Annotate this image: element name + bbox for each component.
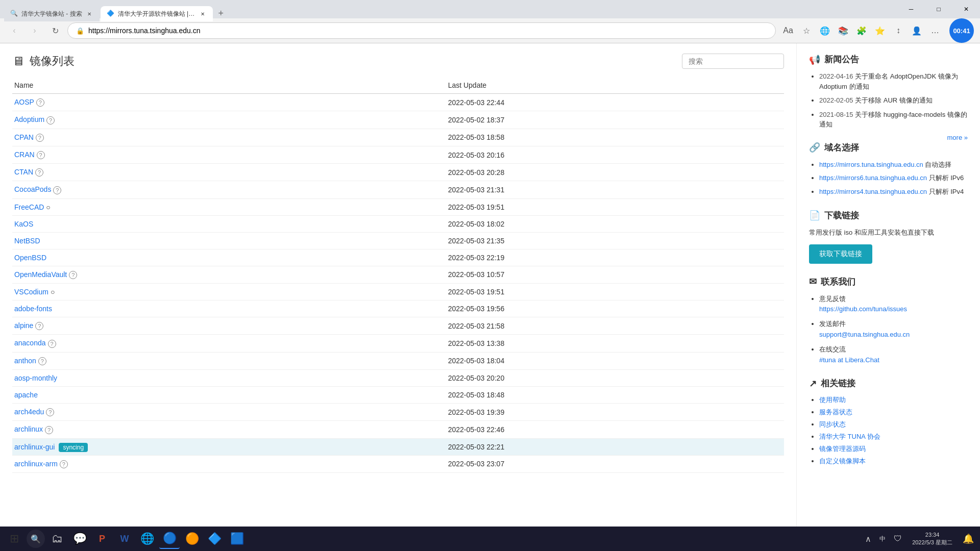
related-link-sync[interactable]: 同步状态 — [819, 420, 846, 428]
new-tab-button[interactable]: + — [214, 6, 228, 20]
help-icon[interactable]: ? — [36, 98, 44, 107]
start-button[interactable]: ⊞ — [4, 529, 24, 549]
profile-timer[interactable]: 00:41 — [949, 18, 974, 43]
github-icon[interactable]: ○ — [51, 288, 55, 296]
favorites-star-button[interactable]: ⭐ — [872, 22, 888, 39]
taskbar-app-explorer[interactable]: 🗂 — [47, 529, 67, 549]
profile-button[interactable]: 👤 — [909, 22, 925, 39]
mirror-last-update: 2022-05-03 22:46 — [446, 421, 784, 438]
taskbar-app-word[interactable]: W — [114, 529, 135, 549]
help-icon[interactable]: ? — [46, 116, 55, 124]
chevron-up-icon[interactable]: ∧ — [863, 532, 873, 546]
related-link-tuna[interactable]: 清华大学 TUNA 协会 — [819, 433, 880, 440]
forward-button[interactable]: › — [27, 22, 43, 39]
email-link[interactable]: support@tuna.tsinghua.edu.cn — [819, 330, 968, 340]
taskbar-app-wechat[interactable]: 💬 — [69, 529, 90, 549]
mirror-name-link[interactable]: NetBSD — [14, 237, 40, 245]
address-bar-row: ‹ › ↻ 🔒 https://mirrors.tuna.tsinghua.ed… — [0, 18, 980, 43]
collections-button[interactable]: 📚 — [835, 22, 851, 39]
help-icon[interactable]: ? — [46, 408, 54, 416]
browser-tab-2[interactable]: 🔷 清华大学开源软件镜像站 | Tsing… ✕ — [101, 6, 213, 21]
help-icon[interactable]: ? — [60, 460, 68, 468]
window-controls: ─ □ ✕ — [899, 0, 980, 18]
mirror-name-link[interactable]: Adoptium — [14, 115, 44, 123]
help-icon[interactable]: ? — [53, 186, 61, 194]
address-bar[interactable]: 🔒 https://mirrors.tuna.tsinghua.edu.cn — [67, 22, 776, 39]
extensions-button[interactable]: 🧩 — [853, 22, 870, 39]
taskbar-app-edge[interactable]: 🔵 — [159, 529, 180, 549]
table-row: CRAN?2022-05-03 20:16 — [12, 146, 784, 163]
mirror-name-link[interactable]: FreeCAD — [14, 203, 44, 211]
mirror-name-link[interactable]: KaOS — [14, 220, 33, 228]
related-link-server[interactable]: 服务器状态 — [819, 408, 852, 416]
mirror-name-link[interactable]: CTAN — [14, 168, 33, 176]
sync-button[interactable]: ↕ — [890, 22, 906, 39]
feedback-link[interactable]: https://github.com/tuna/issues — [819, 304, 968, 315]
mirror-name-link[interactable]: anthon — [14, 357, 36, 365]
download-btn[interactable]: 获取下载链接 — [809, 244, 872, 264]
taskbar-app-box[interactable]: 🟦 — [227, 529, 247, 549]
maximize-button[interactable]: □ — [927, 1, 950, 17]
mirror-name-link[interactable]: apache — [14, 391, 38, 399]
mirror-name-link[interactable]: arch4edu — [14, 408, 44, 416]
more-button[interactable]: … — [927, 22, 943, 39]
taskbar-app-blue[interactable]: 🔷 — [204, 529, 225, 549]
browser-tab-1[interactable]: 🔍 清华大学镜像站 - 搜索 ✕ — [4, 6, 100, 21]
tray-datetime[interactable]: 23:34 2022/5/3 星期二 — [908, 529, 957, 549]
mirror-name-link[interactable]: OpenBSD — [14, 254, 46, 262]
tab2-close-btn[interactable]: ✕ — [199, 10, 207, 18]
mirror-name-link[interactable]: CocoaPods — [14, 185, 51, 193]
tab1-close-btn[interactable]: ✕ — [85, 10, 93, 18]
antivirus-icon[interactable]: 🛡 — [892, 532, 904, 545]
chat-link[interactable]: #tuna at Libera.Chat — [819, 355, 968, 366]
mirror-name-link[interactable]: alpine — [14, 321, 33, 330]
back-button[interactable]: ‹ — [6, 22, 22, 39]
mirror-name-link[interactable]: adobe-fonts — [14, 305, 52, 313]
help-icon[interactable]: ? — [36, 134, 44, 142]
taskbar-app-chrome[interactable]: 🌐 — [137, 529, 157, 549]
mirror-name-link[interactable]: AOSP — [14, 98, 34, 106]
mirror-name-link[interactable]: aosp-monthly — [14, 374, 57, 382]
table-row: CPAN?2022-05-03 18:58 — [12, 129, 784, 146]
related-link-help[interactable]: 使用帮助 — [819, 396, 846, 404]
list-item: 镜像管理器源码 — [819, 444, 968, 454]
related-link-script[interactable]: 自定义镜像脚本 — [819, 457, 866, 465]
url-input[interactable]: https://mirrors.tuna.tsinghua.edu.cn — [88, 27, 767, 35]
close-button[interactable]: ✕ — [954, 1, 978, 17]
mirror-name-link[interactable]: CRAN — [14, 151, 35, 159]
mirror-name-link[interactable]: archlinux-arm — [14, 460, 58, 468]
translate-button[interactable]: 🌐 — [817, 22, 833, 39]
help-icon[interactable]: ? — [48, 340, 56, 348]
mirror-name-link[interactable]: OpenMediaVault — [14, 270, 67, 279]
search-input[interactable] — [682, 54, 784, 69]
table-row: anthon?2022-05-03 18:04 — [12, 352, 784, 369]
github-icon[interactable]: ○ — [46, 203, 50, 211]
ime-indicator[interactable]: 中 — [877, 533, 888, 545]
mirror-name-link[interactable]: CPAN — [14, 133, 34, 141]
mirror-name-link[interactable]: archlinux-gui — [14, 443, 55, 451]
download-icon: 📄 — [809, 210, 820, 221]
domain-link-ipv6[interactable]: https://mirrors6.tuna.tsinghua.edu.cn — [819, 174, 927, 182]
help-icon[interactable]: ? — [45, 426, 53, 434]
taskbar-app-ppt[interactable]: P — [92, 529, 112, 549]
taskbar-app-orange[interactable]: 🟠 — [182, 529, 202, 549]
domain-link-auto[interactable]: https://mirrors.tuna.tsinghua.edu.cn — [819, 161, 923, 168]
help-icon[interactable]: ? — [35, 168, 43, 177]
help-icon[interactable]: ? — [37, 151, 45, 159]
reload-button[interactable]: ↻ — [47, 22, 63, 39]
more-link[interactable]: more » — [947, 134, 968, 141]
mirror-name-link[interactable]: archlinux — [14, 425, 43, 433]
taskbar-search-button[interactable]: 🔍 — [27, 530, 45, 548]
help-icon[interactable]: ? — [38, 357, 46, 365]
help-icon[interactable]: ? — [69, 271, 77, 279]
minimize-button[interactable]: ─ — [899, 1, 923, 17]
reader-view-button[interactable]: Aa — [780, 22, 796, 39]
help-icon[interactable]: ? — [35, 322, 43, 330]
notification-button[interactable]: 🔔 — [961, 531, 976, 546]
domain-link-ipv4[interactable]: https://mirrors4.tuna.tsinghua.edu.cn — [819, 188, 927, 195]
favorites-button[interactable]: ☆ — [798, 22, 815, 39]
related-link-source[interactable]: 镜像管理器源码 — [819, 445, 866, 453]
mirror-name-link[interactable]: anaconda — [14, 339, 46, 347]
mirror-name-link[interactable]: VSCodium — [14, 288, 48, 296]
list-item: https://mirrors.tuna.tsinghua.edu.cn 自动选… — [819, 160, 968, 170]
